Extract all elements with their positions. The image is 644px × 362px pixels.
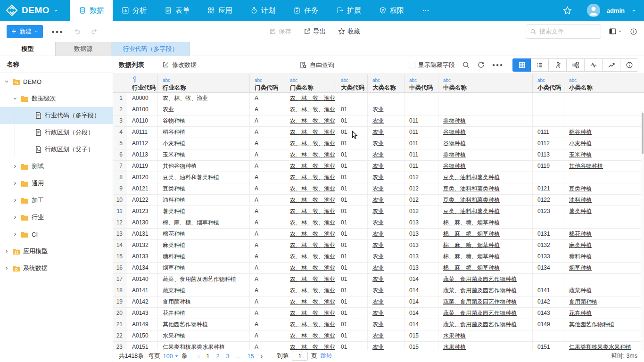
ref-cell[interactable]: 蔬菜、食用菌及园艺作物种植 <box>438 308 533 319</box>
column-header-门类代码[interactable]: abc门类代码 <box>250 74 285 92</box>
jump-button[interactable]: 跳转 <box>321 352 332 360</box>
ref-cell[interactable]: 农业 <box>368 172 405 183</box>
table-row[interactable]: 22A0150水果种植A农、林、牧、渔业01农业015水果种植 <box>113 330 644 342</box>
ref-cell[interactable]: 农、林、牧、渔业 <box>285 342 336 350</box>
favorite-star-icon[interactable] <box>563 6 572 15</box>
ref-cell[interactable]: 农、林、牧、渔业 <box>285 93 336 104</box>
new-button[interactable]: 新建 <box>7 25 43 38</box>
tree-item-应用模型[interactable]: 应用模型 <box>0 243 113 260</box>
ref-cell[interactable]: 花卉种植 <box>564 308 641 319</box>
ref-cell[interactable]: 油料种植 <box>564 195 641 206</box>
caret-right-icon[interactable] <box>12 198 18 203</box>
show-hidden-fields-checkbox[interactable]: 显示隐藏字段 <box>409 61 455 69</box>
ref-cell[interactable]: 农业 <box>368 251 405 263</box>
caret-right-icon[interactable] <box>12 232 18 237</box>
ref-cell[interactable]: 蔬菜、食用菌及园艺作物种植 <box>438 274 533 285</box>
view-button-person-flow[interactable] <box>548 58 567 72</box>
ref-cell[interactable]: 农业 <box>368 319 405 330</box>
ref-cell[interactable]: 农、林、牧、渔业 <box>285 263 336 274</box>
table-row[interactable]: 16A0134烟草种植A农、林、牧、渔业01农业013棉、麻、糖、烟草种植013… <box>113 263 644 274</box>
tree-item-行政区划（分段）[interactable]: 行政区划（分段） <box>0 124 113 141</box>
next-page-button[interactable]: › <box>261 353 263 360</box>
ref-cell[interactable]: 水果种植 <box>438 330 533 342</box>
ref-cell[interactable]: 棉、麻、糖、烟草种植 <box>438 229 533 240</box>
nav-item-⋯[interactable] <box>413 0 438 21</box>
nav-item-扩展[interactable]: 扩展 <box>327 0 370 21</box>
page-3[interactable]: 3 <box>226 353 229 360</box>
ref-cell[interactable]: 农、林、牧、渔业 <box>285 308 336 319</box>
ref-cell[interactable]: 农、林、牧、渔业 <box>285 127 336 138</box>
column-header-中类名称[interactable]: abc中类名称 <box>438 74 533 92</box>
ref-cell[interactable]: 豆类、油料和薯类种植 <box>438 172 533 183</box>
table-row[interactable]: 23A0151仁果类和核果类水果种植A农、林、牧、渔业01农业015水果种植01… <box>113 342 644 350</box>
nav-item-应用[interactable]: 应用 <box>198 0 241 21</box>
ref-cell[interactable]: 豆类种植 <box>564 183 641 195</box>
view-button-list-view[interactable] <box>530 58 549 72</box>
ref-cell[interactable]: 农、林、牧、渔业 <box>285 330 336 342</box>
checkbox[interactable] <box>409 62 415 68</box>
toolbar-more-button[interactable]: ●●● <box>51 29 64 34</box>
ref-cell[interactable]: 麻类种植 <box>564 240 641 251</box>
ref-cell[interactable]: 棉、麻、糖、烟草种植 <box>438 217 533 229</box>
column-header-中类代码[interactable]: abc中类代码 <box>405 74 438 92</box>
ref-cell[interactable]: 仁果类和核果类水果种植 <box>564 342 641 350</box>
ref-cell[interactable]: 烟草种植 <box>564 263 641 274</box>
ref-cell[interactable]: 农业 <box>368 308 405 319</box>
ref-cell[interactable]: 农、林、牧、渔业 <box>285 104 336 115</box>
ref-cell[interactable]: 其他园艺作物种植 <box>564 319 641 330</box>
ref-cell[interactable]: 水果种植 <box>438 342 533 350</box>
ref-cell[interactable]: 农业 <box>368 104 405 115</box>
prev-page-button[interactable]: ‹ <box>198 353 199 360</box>
ref-cell[interactable]: 农、林、牧、渔业 <box>285 319 336 330</box>
ref-cell[interactable]: 农业 <box>368 127 405 138</box>
ref-cell[interactable]: 谷物种植 <box>438 161 533 172</box>
view-button-trend-view[interactable] <box>602 58 620 72</box>
view-button-hierarchy-view[interactable] <box>566 58 585 72</box>
brand[interactable]: DEMO <box>0 0 70 21</box>
caret-right-icon[interactable] <box>12 181 18 186</box>
ref-cell[interactable]: 农、林、牧、渔业 <box>285 285 336 296</box>
table-row[interactable]: 8A0120豆类、油料和薯类种植A农、林、牧、渔业01农业012豆类、油料和薯类… <box>113 172 644 183</box>
column-header-小类名称[interactable]: abc小类名称 <box>564 74 641 92</box>
view-button-info-view[interactable] <box>620 58 638 72</box>
undo-icon[interactable] <box>73 27 81 35</box>
table-row[interactable]: 12A0130棉、麻、糖、烟草种植A农、林、牧、渔业01农业013棉、麻、糖、烟… <box>113 217 644 229</box>
ref-cell[interactable]: 小麦种植 <box>564 138 641 149</box>
caret-right-icon[interactable] <box>4 249 9 254</box>
ref-cell[interactable]: 农、林、牧、渔业 <box>285 195 336 206</box>
ref-cell[interactable]: 豆类、油料和薯类种植 <box>438 183 533 195</box>
ref-cell[interactable]: 农业 <box>368 115 405 127</box>
tree-item-通用[interactable]: 通用 <box>0 175 113 192</box>
table-row[interactable]: 7A0119其他谷物种植A农、林、牧、渔业01农业011谷物种植0119其他谷物… <box>113 161 644 172</box>
favorite-button[interactable]: 收藏 <box>338 27 360 36</box>
ref-cell[interactable]: 农业 <box>368 138 405 149</box>
ref-cell[interactable]: 农、林、牧、渔业 <box>285 274 336 285</box>
ref-cell[interactable]: 谷物种植 <box>438 115 533 127</box>
ref-cell[interactable]: 农、林、牧、渔业 <box>285 149 336 161</box>
ref-cell[interactable]: 农业 <box>368 274 405 285</box>
free-query-button[interactable]: 自由查询 <box>299 61 334 69</box>
ref-cell[interactable]: 食用菌种植 <box>564 296 641 308</box>
tree-item-加工[interactable]: 加工 <box>0 192 113 209</box>
table-row[interactable]: 14A0132麻类种植A农、林、牧、渔业01农业013棉、麻、糖、烟草种植013… <box>113 240 644 251</box>
ref-cell[interactable]: 农业 <box>368 330 405 342</box>
ref-cell[interactable]: 农业 <box>368 161 405 172</box>
refresh-icon[interactable] <box>477 61 485 69</box>
ref-cell[interactable]: 农、林、牧、渔业 <box>285 206 336 217</box>
ref-cell[interactable]: 棉、麻、糖、烟草种植 <box>438 263 533 274</box>
tree-item-DEMO[interactable]: DEMO <box>0 73 113 90</box>
ref-cell[interactable]: 其他谷物种植 <box>564 161 641 172</box>
page-input[interactable] <box>292 352 308 361</box>
ref-cell[interactable]: 谷物种植 <box>438 127 533 138</box>
tree-item-测试[interactable]: 测试 <box>0 158 113 175</box>
caret-right-icon[interactable] <box>4 266 9 271</box>
nav-item-表单[interactable]: 表单 <box>156 0 198 21</box>
ref-cell[interactable]: 农业 <box>368 195 405 206</box>
layout-toggle[interactable] <box>609 27 622 35</box>
info-icon[interactable] <box>630 28 637 35</box>
column-header-行业名称[interactable]: abc行业名称 <box>158 74 250 92</box>
ref-cell[interactable]: 农、林、牧、渔业 <box>285 138 336 149</box>
column-header-行业代码[interactable]: 行业代码 <box>127 74 158 92</box>
tree-item-行业[interactable]: 行业 <box>0 209 113 226</box>
user-name[interactable]: admin <box>607 7 625 14</box>
